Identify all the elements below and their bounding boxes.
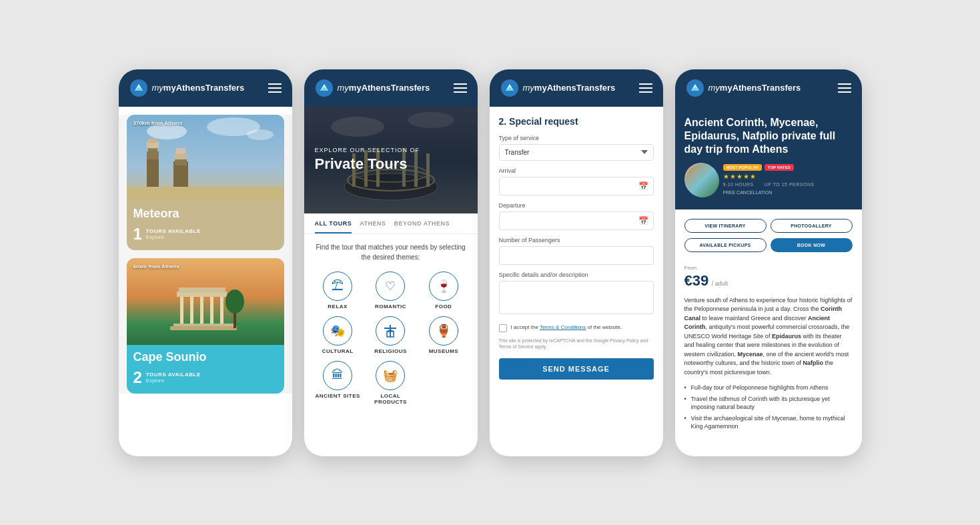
description-textarea[interactable]	[499, 281, 654, 314]
logo-text-2: mymyAthensTransfers	[338, 83, 430, 93]
museums-label: MUSEUMS	[429, 348, 458, 354]
view-itinerary-button[interactable]: VIEW ITINERARY	[684, 219, 767, 233]
hamburger-icon-4[interactable]	[838, 83, 851, 93]
terms-checkbox[interactable]	[499, 324, 507, 332]
svg-rect-17	[180, 295, 183, 325]
top-rated-badge: TOP RATED	[765, 164, 794, 171]
food-label: FOOD	[435, 304, 452, 310]
persons-detail: UP TO 15 PERSONS	[765, 182, 815, 187]
bullet-2: Travel the isthmus of Corinth with its p…	[684, 395, 853, 412]
logo-icon-4	[686, 79, 704, 97]
most-popular-badge: MOST POPULAR	[723, 164, 762, 171]
svg-rect-43	[384, 328, 396, 329]
price-section: From €39 / adult	[684, 260, 853, 290]
service-label: Type of service	[499, 135, 654, 141]
svg-rect-42	[390, 325, 391, 337]
captcha-text: This site is protected by reCAPTCHA and …	[499, 338, 654, 351]
logo-area-2: mymyAthensTransfers	[315, 79, 430, 97]
logo-area-4: mymyAthensTransfers	[686, 79, 801, 97]
hamburger-icon-1[interactable]	[268, 83, 282, 93]
svg-rect-10	[148, 139, 157, 143]
departure-input[interactable]	[499, 211, 654, 230]
romantic-label: ROMANTIC	[375, 304, 406, 310]
arrival-calendar-icon: 📅	[638, 181, 648, 191]
religious-label: RELIGIOUS	[374, 348, 407, 354]
sounio-avail: TOURS AVAILABLE Explore	[146, 372, 201, 384]
theme-local-products[interactable]: 🧺 LOCAL PRODUCTS	[368, 361, 414, 405]
museums-icon: 🏺	[429, 316, 458, 346]
theme-food[interactable]: 🍷 FOOD	[420, 272, 466, 310]
tour-description: Venture south of Athens to experience fo…	[684, 296, 853, 378]
religious-icon	[376, 316, 405, 346]
svg-rect-15	[127, 187, 284, 201]
departure-group: Departure 📅	[499, 202, 654, 230]
ancient-sites-label: ANCIENT SITES	[315, 393, 360, 399]
food-icon: 🍷	[429, 272, 458, 301]
logo-icon-2	[315, 79, 334, 97]
from-label: From	[684, 265, 697, 271]
hamburger-icon-3[interactable]	[639, 83, 652, 93]
tour-card-meteora[interactable]: 370km from Athens Meteora 1 TOURS AVAILA…	[127, 115, 284, 250]
local-products-label: LOCAL PRODUCTS	[368, 393, 414, 405]
svg-rect-18	[190, 295, 193, 325]
action-buttons-row1: VIEW ITINERARY PHOTOGALLERY	[684, 219, 853, 233]
terms-link[interactable]: Terms & Conditions	[540, 324, 586, 330]
theme-cultural[interactable]: 🎭 CULTURAL	[315, 316, 361, 354]
send-message-button[interactable]: SEND MESSAGE	[499, 358, 654, 380]
explore-subtext: EXPLORE OUR SELECTION OF	[315, 147, 467, 153]
description-label: Specific details and/or description	[499, 272, 654, 278]
phone-4: mymyAthensTransfers Ancient Corinth, Myc…	[675, 69, 862, 456]
logo-text-3: mymyAthensTransfers	[523, 83, 616, 93]
romantic-icon: ♡	[376, 272, 405, 301]
theme-ancient-sites[interactable]: 🏛 ANCIENT SITES	[315, 361, 361, 405]
arrival-label: Arrival	[499, 167, 654, 174]
hamburger-icon-2[interactable]	[454, 83, 467, 93]
svg-point-47	[686, 164, 719, 197]
departure-input-wrapper: 📅	[499, 211, 654, 230]
local-products-icon: 🧺	[376, 361, 405, 390]
phone-1: mymyAthensTransfers	[119, 69, 292, 456]
meteora-name: Meteora	[133, 207, 278, 221]
tab-all-tours[interactable]: ALL TOURS	[315, 220, 352, 233]
bullet-1: Full-day tour of Peloponnese highlights …	[684, 384, 853, 392]
tour-details-row: 9-10 HOURS UP TO 15 PERSONS	[723, 182, 815, 187]
service-select[interactable]: Transfer	[499, 144, 654, 161]
special-request-title: 2. Special request	[499, 116, 654, 127]
badges-col: MOST POPULAR TOP RATED ★★★★★ 9-10 HOURS …	[723, 164, 815, 195]
book-now-button[interactable]: BOOK NOW	[771, 238, 853, 252]
tab-athens[interactable]: ATHENS	[360, 220, 386, 233]
phone3-body: 2. Special request Type of service Trans…	[490, 107, 663, 390]
arrival-input-wrapper: 📅	[499, 177, 654, 195]
theme-relax[interactable]: ⛱ RELAX	[315, 272, 361, 310]
theme-museums[interactable]: 🏺 MUSEUMS	[420, 316, 466, 354]
departure-label: Departure	[499, 202, 654, 209]
tour-card-sounio[interactable]: 60km from Athens Cape Sounio 2 TOURS AVA…	[127, 258, 284, 394]
passengers-input[interactable]	[499, 246, 654, 265]
theme-grid: ⛱ RELAX ♡ ROMANTIC 🍷 FOOD 🎭 CULTURAL	[315, 272, 467, 405]
logo-icon-1	[129, 79, 148, 97]
phone2-body: Find the tour that matches your needs by…	[304, 234, 478, 413]
arrival-input[interactable]	[499, 177, 654, 195]
tab-beyond-athens[interactable]: BEYOND ATHENS	[394, 220, 450, 233]
phone4-white-body: VIEW ITINERARY PHOTOGALLERY AVAILABLE PI…	[675, 209, 862, 443]
photogallery-button[interactable]: PHOTOGALLERY	[771, 219, 853, 233]
sounio-count: 2	[133, 368, 142, 387]
private-tours-title: Private Tours	[315, 156, 467, 172]
terms-row: I accept the Terms & Conditions of the w…	[499, 324, 654, 332]
svg-rect-20	[210, 295, 213, 325]
available-pickups-button[interactable]: AVAILABLE PICKUPS	[684, 238, 767, 252]
svg-rect-16	[127, 258, 284, 345]
meteora-km: 370km from Athens	[133, 120, 183, 126]
sounio-name: Cape Sounio	[133, 350, 278, 364]
theme-romantic[interactable]: ♡ ROMANTIC	[368, 272, 414, 310]
meteora-image: 370km from Athens	[127, 115, 284, 201]
svg-rect-5	[147, 155, 159, 191]
meteora-meta: 1 TOURS AVAILABLE Explore	[133, 225, 278, 243]
cultural-label: CULTURAL	[322, 348, 354, 354]
price: €39	[684, 272, 709, 289]
passengers-group: Number of Passengers	[499, 237, 654, 265]
theme-religious[interactable]: RELIGIOUS	[368, 316, 414, 354]
action-buttons-row2: AVAILABLE PICKUPS BOOK NOW	[684, 238, 853, 252]
logo-text-4: mymyAthensTransfers	[708, 83, 801, 93]
terms-text: I accept the Terms & Conditions of the w…	[511, 324, 622, 331]
